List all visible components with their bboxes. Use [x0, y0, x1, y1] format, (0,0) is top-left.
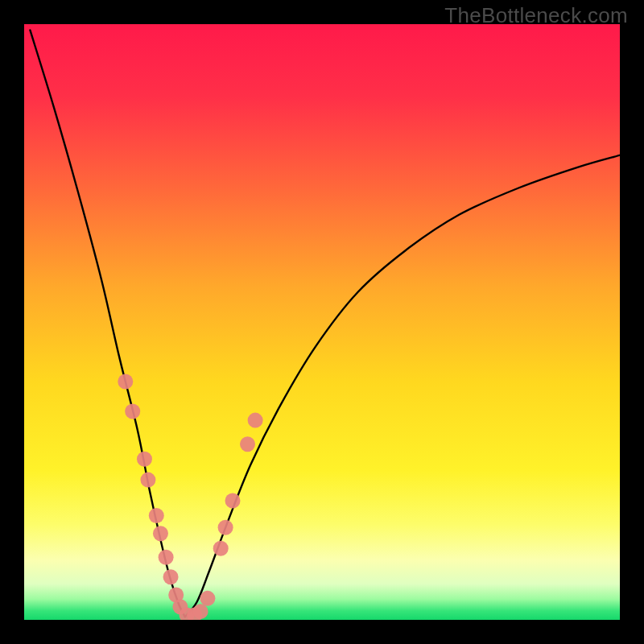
marker-dot: [163, 569, 179, 584]
marker-dot: [159, 550, 174, 565]
marker-dots: [118, 374, 262, 621]
marker-dot: [200, 591, 215, 606]
marker-dot: [218, 520, 233, 535]
marker-dot: [193, 604, 208, 619]
marker-dot: [213, 541, 229, 556]
marker-dot: [149, 508, 164, 523]
marker-dot: [225, 493, 241, 509]
marker-dot: [137, 452, 152, 467]
marker-dot: [125, 404, 140, 419]
watermark-text: TheBottleneck.com: [444, 3, 628, 28]
chart-frame: TheBottleneck.com: [0, 0, 644, 644]
curve-layer: [24, 24, 620, 620]
plot-area: [24, 24, 620, 620]
marker-dot: [140, 473, 155, 488]
marker-dot: [248, 413, 263, 428]
marker-dot: [240, 436, 255, 452]
curve-right-branch: [185, 155, 620, 617]
marker-dot: [118, 374, 133, 390]
marker-dot: [153, 526, 168, 541]
